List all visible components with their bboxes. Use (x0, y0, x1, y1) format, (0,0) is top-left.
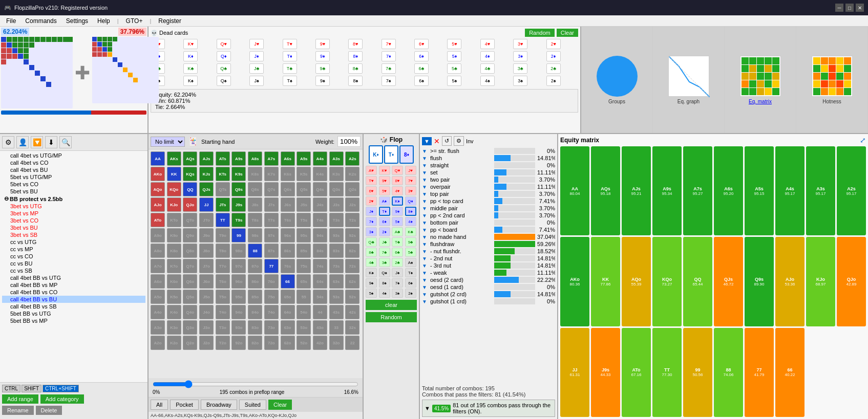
range-cell-A8s[interactable]: A8s (248, 151, 262, 166)
eq-matrix-label[interactable]: Eq. matrix (749, 99, 772, 104)
filter-toggle-5[interactable]: ▼ (422, 184, 428, 190)
range-cell-Q8s[interactable]: Q8s (248, 182, 262, 196)
range-cell-J8o[interactable]: J8o (199, 244, 214, 258)
filter-close-icon[interactable]: ✕ (434, 137, 440, 145)
range-cell-QTo[interactable]: QTo (183, 213, 197, 227)
flop-card-3c[interactable]: 3♣ (379, 258, 390, 267)
eq-graph-area[interactable] (668, 56, 709, 97)
filter-toggle-6[interactable]: ▼ (422, 191, 428, 197)
dead-card-4c[interactable]: 4♣ (480, 63, 495, 74)
filter-toggle-11[interactable]: ▼ (422, 227, 428, 233)
dead-card-8d[interactable]: 8♦ (348, 51, 363, 61)
range-cell-82s[interactable]: 82s (345, 244, 359, 258)
dead-card-Ks[interactable]: K♠ (183, 76, 198, 86)
range-cell-AA[interactable]: AA (151, 151, 165, 166)
range-cell-J9s[interactable]: J9s (231, 197, 246, 212)
tree-item-call4bet-bb-mp[interactable]: call 4bet BB vs MP (2, 281, 145, 289)
flop-card-Ad[interactable]: A♦ (379, 196, 390, 206)
dead-card-9d[interactable]: 9♦ (315, 51, 330, 61)
range-cell-Q4o[interactable]: Q4o (183, 305, 197, 319)
tree-item-5bet-co[interactable]: 5bet vs CO (2, 181, 145, 188)
dead-card-3d[interactable]: 3♦ (513, 51, 527, 61)
tree-item-5bet-utgmp[interactable]: 5bet vs UTG/MP (2, 173, 145, 181)
range-cell-AQo[interactable]: AQo (151, 182, 165, 196)
dead-card-2c[interactable]: 2♣ (546, 63, 561, 74)
range-cell-K6s[interactable]: K6s (281, 167, 295, 181)
tree-item-3bet-co[interactable]: 3bet vs CO (2, 217, 145, 224)
filter-toggle-21[interactable]: ▼ (422, 299, 428, 304)
tree-item-3bet-sb[interactable]: 3bet vs SB (2, 231, 145, 238)
range-cell-K4s[interactable]: K4s (313, 167, 327, 181)
flop-card-Jd[interactable]: J♦ (366, 207, 377, 216)
dead-card-3s[interactable]: 3♠ (513, 76, 527, 86)
range-mode-select[interactable]: No limit (151, 137, 185, 147)
tree-item-cc-utg[interactable]: cc vs UTG (2, 238, 145, 246)
range-cell-55[interactable]: 55 (297, 290, 311, 304)
range-cell-64s[interactable]: 64s (313, 274, 327, 289)
range-cell-A5o[interactable]: A5o (151, 290, 165, 304)
flop-card-5s[interactable]: 5♠ (366, 289, 377, 298)
range-cell-J3o[interactable]: J3o (199, 320, 214, 335)
flop-card-6d[interactable]: 6♦ (379, 217, 390, 226)
dead-card-5d[interactable]: 5♦ (447, 51, 461, 61)
flop-card-Js[interactable]: J♠ (392, 268, 403, 277)
dead-card-5h[interactable]: 5♥ (447, 39, 461, 49)
tree-item-cc-co[interactable]: cc vs CO (2, 253, 145, 260)
range-cell-Q5o[interactable]: Q5o (183, 290, 197, 304)
menu-commands[interactable]: Commands (21, 16, 60, 26)
range-cell-93o[interactable]: 93o (231, 320, 246, 335)
tree-user-button[interactable]: 👤 (16, 136, 29, 148)
dead-card-7c[interactable]: 7♣ (382, 63, 396, 74)
range-cell-JTo[interactable]: JTo (199, 213, 214, 227)
range-pocket-button[interactable]: Pocket (170, 400, 199, 410)
dead-card-Td[interactable]: T♦ (283, 51, 297, 61)
range-cell-76o[interactable]: 76o (264, 274, 279, 289)
range-cell-74o[interactable]: 74o (264, 305, 279, 319)
range-cell-A5s[interactable]: A5s (297, 151, 311, 166)
range-cell-97o[interactable]: 97o (231, 259, 246, 273)
filter-toggle-13[interactable]: ▼ (422, 241, 428, 247)
range-cell-KQo[interactable]: KQo (167, 182, 181, 196)
range-cell-A4s[interactable]: A4s (313, 151, 327, 166)
range-cell-J6o[interactable]: J6o (199, 274, 214, 289)
range-cell-Q9o[interactable]: Q9o (183, 228, 197, 242)
flop-card-k[interactable]: K♦ (369, 145, 383, 164)
flop-card-Ac[interactable]: A♣ (392, 227, 403, 236)
range-cell-75s[interactable]: 75s (297, 259, 311, 273)
delete-button[interactable]: Delete (36, 406, 62, 415)
range-cell-K3o[interactable]: K3o (167, 320, 181, 335)
range-cell-T6o[interactable]: T6o (216, 274, 230, 289)
filter-settings-button[interactable]: ⚙ (454, 136, 464, 146)
range-cell-42o[interactable]: 42o (313, 336, 327, 350)
range-cell-T9s[interactable]: T9s (231, 213, 246, 227)
eq-matrix-preview[interactable] (740, 56, 781, 97)
dead-card-Kc[interactable]: K♣ (183, 63, 198, 74)
dead-card-2s[interactable]: 2♠ (546, 76, 561, 86)
dead-card-Js[interactable]: J♠ (249, 76, 264, 86)
close-button[interactable]: ✕ (856, 4, 864, 12)
range-cell-22[interactable]: 22 (345, 336, 359, 350)
menu-gto[interactable]: GTO+ (122, 16, 147, 26)
range-cell-77[interactable]: 77 (264, 259, 279, 273)
tree-filter-button[interactable]: 🔽 (31, 136, 43, 148)
dead-card-4s[interactable]: 4♠ (480, 76, 495, 86)
flop-card-6s[interactable]: 6♠ (405, 278, 416, 288)
dead-card-3h[interactable]: 3♥ (513, 39, 527, 49)
range-cell-95o[interactable]: 95o (231, 290, 246, 304)
range-cell-K5s[interactable]: K5s (297, 167, 311, 181)
range-cell-A7s[interactable]: A7s (264, 151, 279, 166)
dead-card-6s[interactable]: 6♠ (414, 76, 429, 86)
range-cell-53s[interactable]: 53s (329, 290, 344, 304)
dead-card-4d[interactable]: 4♦ (480, 51, 495, 61)
range-cell-K4o[interactable]: K4o (167, 305, 181, 319)
filter-toggle-15[interactable]: ▼ (422, 256, 428, 261)
flop-card-2h[interactable]: 2♥ (366, 196, 377, 206)
range-cell-QTs[interactable]: QTs (216, 182, 230, 196)
tree-settings-button[interactable]: ⚙ (2, 136, 14, 148)
flop-card-8[interactable]: 8♦ (399, 145, 414, 164)
flop-card-3d[interactable]: 3♦ (366, 227, 377, 236)
range-cell-94s[interactable]: 94s (313, 228, 327, 242)
tree-item-3bet-bu[interactable]: 3bet vs BU (2, 224, 145, 231)
filter-toggle-9[interactable]: ▼ (422, 213, 428, 218)
range-cell-63s[interactable]: 63s (329, 274, 344, 289)
